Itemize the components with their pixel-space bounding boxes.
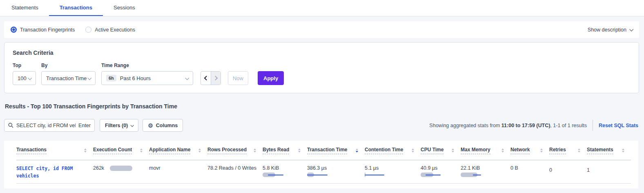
sort-icon[interactable] bbox=[140, 148, 143, 153]
columns-label: Columns bbox=[156, 123, 178, 128]
cell-execution-count: 262k bbox=[93, 160, 149, 171]
search-icon bbox=[8, 123, 13, 128]
cpu-time-bar bbox=[421, 173, 449, 178]
search-input[interactable] bbox=[16, 123, 76, 128]
time-window-arrows bbox=[201, 71, 221, 85]
stats-time-range: 11:00 to 17:59 (UTC) bbox=[501, 123, 550, 128]
contention-time-value: 5.1 µs bbox=[365, 165, 421, 171]
execution-count-value: 262k bbox=[93, 165, 104, 171]
show-description-label: Show description bbox=[588, 27, 626, 33]
transaction-fingerprint-link[interactable]: SELECT city, id FROM vehicles bbox=[16, 165, 93, 180]
tab-statements[interactable]: Statements bbox=[1, 0, 49, 16]
aggregated-stats-text: Showing aggregated stats from 11:00 to 1… bbox=[429, 123, 587, 128]
search-enter-hint: Enter bbox=[78, 123, 91, 128]
column-header-max-memory[interactable]: Max Memory bbox=[461, 147, 510, 154]
radio-selected-icon bbox=[11, 27, 17, 33]
bytes-read-bar bbox=[263, 173, 291, 178]
results-controls-row: Enter Filters (0) ⚙ Columns Showing aggr… bbox=[4, 119, 639, 132]
apply-button[interactable]: Apply bbox=[258, 71, 284, 85]
cell-transaction: SELECT city, id FROM vehicles bbox=[16, 160, 93, 180]
time-range-label: Time Range bbox=[101, 63, 193, 68]
view-toggle-group: Transaction Fingerprints Active Executio… bbox=[11, 27, 135, 33]
cell-max-memory: 22.1 KiB bbox=[461, 160, 510, 178]
filters-button[interactable]: Filters (0) bbox=[100, 119, 138, 132]
time-back-button[interactable] bbox=[201, 72, 211, 85]
sort-icon[interactable] bbox=[84, 148, 87, 153]
by-label: By bbox=[41, 63, 101, 68]
column-header-retries[interactable]: Retries bbox=[549, 147, 587, 154]
divider bbox=[593, 120, 593, 131]
search-criteria-card: Search Criteria Top 100 By Transaction T… bbox=[4, 42, 639, 93]
tab-sessions[interactable]: Sessions bbox=[103, 0, 146, 16]
radio-label: Transaction Fingerprints bbox=[20, 27, 75, 33]
sort-icon[interactable] bbox=[501, 148, 504, 153]
cell-retries: 0 bbox=[549, 160, 587, 173]
chevron-down-icon bbox=[131, 123, 134, 127]
transaction-time-bar bbox=[307, 173, 336, 178]
now-button[interactable]: Now bbox=[228, 71, 248, 85]
time-range-value: Past 6 Hours bbox=[120, 75, 151, 81]
cell-network: 0 B bbox=[510, 160, 549, 171]
sort-icon[interactable] bbox=[198, 148, 201, 153]
execution-count-bar bbox=[110, 166, 132, 171]
sort-icon[interactable] bbox=[540, 148, 543, 153]
transaction-time-value: 386.3 µs bbox=[307, 165, 365, 171]
column-header-transaction-time[interactable]: Transaction Time bbox=[307, 147, 365, 154]
results-table: Transactions Execution Count Application… bbox=[4, 141, 638, 189]
cell-application-name: movr bbox=[149, 160, 207, 171]
column-header-statements[interactable]: Statements bbox=[587, 147, 631, 154]
sort-icon[interactable] bbox=[298, 148, 301, 153]
sort-icon[interactable] bbox=[452, 148, 454, 153]
search-box[interactable]: Enter bbox=[4, 119, 95, 132]
column-header-network[interactable]: Network bbox=[510, 147, 549, 154]
chevron-down-icon bbox=[185, 76, 189, 80]
time-range-badge: 6h bbox=[106, 75, 116, 81]
cell-cpu-time: 40.9 µs bbox=[421, 160, 461, 178]
search-criteria-fields: Top 100 By Transaction Time Time Range 6… bbox=[13, 63, 631, 85]
sort-icon[interactable] bbox=[254, 148, 256, 153]
top-select-value: 100 bbox=[18, 75, 27, 81]
column-header-application-name[interactable]: Application Name bbox=[149, 147, 207, 154]
reset-sql-stats-link[interactable]: Reset SQL Stats bbox=[599, 123, 638, 128]
view-toggle-card: Transaction Fingerprints Active Executio… bbox=[4, 21, 639, 38]
by-select-value: Transaction Time bbox=[46, 75, 87, 81]
column-header-cpu-time[interactable]: CPU Time bbox=[421, 147, 461, 154]
sort-icon[interactable] bbox=[622, 148, 624, 153]
gear-icon: ⚙ bbox=[148, 123, 153, 128]
column-header-transactions[interactable]: Transactions bbox=[16, 147, 93, 154]
filters-label: Filters (0) bbox=[105, 123, 128, 128]
columns-button[interactable]: ⚙ Columns bbox=[143, 119, 183, 132]
cell-bytes-read: 5.8 KiB bbox=[263, 160, 307, 178]
cell-transaction-time: 386.3 µs bbox=[307, 160, 365, 178]
sort-icon[interactable] bbox=[412, 148, 414, 153]
column-header-execution-count[interactable]: Execution Count bbox=[93, 147, 149, 154]
chevron-down-icon bbox=[28, 76, 32, 80]
top-select[interactable]: 100 bbox=[13, 71, 36, 85]
cpu-time-value: 40.9 µs bbox=[421, 165, 461, 171]
max-memory-value: 22.1 KiB bbox=[461, 165, 510, 171]
cell-statements: 1 bbox=[587, 160, 631, 173]
top-field: Top 100 bbox=[13, 63, 41, 85]
show-description-toggle[interactable]: Show description bbox=[588, 27, 633, 33]
by-field: By Transaction Time bbox=[41, 63, 101, 85]
tab-transactions[interactable]: Transactions bbox=[49, 0, 103, 16]
time-forward-button[interactable] bbox=[211, 72, 221, 85]
time-range-select[interactable]: 6h Past 6 Hours bbox=[101, 71, 193, 85]
max-memory-bar bbox=[461, 173, 489, 178]
sort-icon[interactable] bbox=[356, 148, 358, 153]
radio-active-executions[interactable]: Active Executions bbox=[85, 27, 135, 33]
radio-transaction-fingerprints[interactable]: Transaction Fingerprints bbox=[11, 27, 75, 33]
search-criteria-title: Search Criteria bbox=[13, 49, 631, 56]
radio-label: Active Executions bbox=[95, 27, 135, 33]
chevron-down-icon bbox=[629, 27, 633, 31]
chevron-down-icon bbox=[87, 76, 91, 80]
cell-rows-processed: 78.2 Reads / 0 Writes bbox=[207, 160, 263, 171]
column-header-contention-time[interactable]: Contention Time bbox=[365, 147, 421, 154]
by-select[interactable]: Transaction Time bbox=[41, 71, 96, 85]
column-header-bytes-read[interactable]: Bytes Read bbox=[263, 147, 307, 154]
sort-icon[interactable] bbox=[578, 148, 580, 153]
bytes-read-value: 5.8 KiB bbox=[263, 165, 307, 171]
table-row: SELECT city, id FROM vehicles 262k movr … bbox=[16, 160, 631, 184]
contention-time-bar bbox=[365, 173, 393, 178]
column-header-rows-processed[interactable]: Rows Processed bbox=[207, 147, 263, 154]
